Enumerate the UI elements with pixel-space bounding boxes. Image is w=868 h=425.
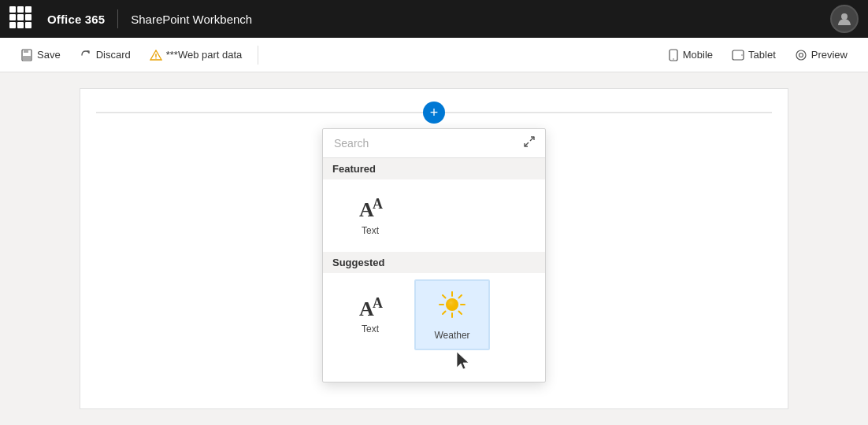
text-suggested-icon: AA — [359, 296, 381, 320]
preview-icon — [795, 49, 807, 61]
waffle-button[interactable] — [9, 6, 35, 31]
svg-line-19 — [443, 295, 446, 298]
tablet-button[interactable]: Tablet — [724, 44, 784, 65]
discard-button[interactable]: Discard — [72, 44, 139, 66]
canvas-area: + Featured AA — [0, 72, 868, 425]
top-navigation: Office 365 SharePoint Workbench — [0, 0, 868, 38]
office365-title: Office 365 — [47, 13, 105, 26]
svg-point-12 — [799, 53, 803, 57]
svg-point-10 — [741, 54, 742, 55]
cursor-icon — [455, 350, 471, 372]
svg-point-0 — [841, 13, 848, 20]
add-section-row: + — [80, 89, 788, 124]
toolbar-right: Mobile Tablet Preview — [660, 44, 855, 66]
expand-button[interactable] — [520, 132, 539, 154]
picker-search-row — [323, 129, 545, 158]
svg-line-14 — [525, 142, 529, 146]
save-icon — [20, 49, 33, 61]
preview-button[interactable]: Preview — [787, 44, 855, 66]
nav-divider — [117, 9, 118, 28]
svg-point-24 — [446, 298, 458, 311]
svg-line-21 — [459, 295, 462, 298]
suggested-items-row: AA Text — [323, 273, 545, 357]
webpart-picker-panel: Featured AA Text Suggested AA Text — [322, 128, 546, 382]
svg-marker-25 — [457, 352, 469, 369]
expand-icon — [523, 135, 536, 148]
svg-point-6 — [155, 57, 156, 58]
text-featured-item[interactable]: AA Text — [332, 186, 408, 246]
text-suggested-item[interactable]: AA Text — [332, 279, 408, 350]
svg-line-22 — [443, 311, 446, 314]
workbench-title: SharePoint Workbench — [131, 13, 252, 26]
weather-icon — [438, 290, 466, 325]
tablet-icon — [732, 50, 744, 61]
svg-rect-2 — [24, 50, 28, 53]
text-suggested-label: Text — [362, 323, 379, 334]
weather-label: Weather — [434, 330, 469, 341]
svg-point-11 — [796, 50, 806, 60]
svg-line-20 — [459, 311, 462, 314]
user-avatar[interactable] — [830, 5, 859, 33]
toolbar-separator — [258, 46, 258, 65]
text-featured-label: Text — [362, 225, 379, 236]
mobile-icon — [668, 49, 679, 61]
toolbar: Save Discard ***Web part data Mobile — [0, 38, 868, 72]
svg-point-8 — [673, 58, 673, 59]
featured-items-row: AA Text — [323, 179, 545, 252]
discard-icon — [80, 49, 92, 61]
add-section-button[interactable]: + — [423, 102, 445, 124]
warning-icon — [150, 49, 162, 61]
svg-rect-3 — [23, 56, 31, 60]
featured-section-header: Featured — [323, 158, 545, 179]
save-button[interactable]: Save — [13, 44, 69, 66]
weather-item[interactable]: Weather — [414, 279, 490, 350]
suggested-section-header: Suggested — [323, 252, 545, 273]
webpart-data-button[interactable]: ***Web part data — [142, 44, 250, 66]
mobile-button[interactable]: Mobile — [660, 44, 721, 66]
text-featured-icon: AA — [359, 197, 381, 220]
canvas-inner: + Featured AA — [80, 88, 788, 409]
svg-line-13 — [530, 137, 534, 141]
search-input[interactable] — [329, 129, 520, 157]
